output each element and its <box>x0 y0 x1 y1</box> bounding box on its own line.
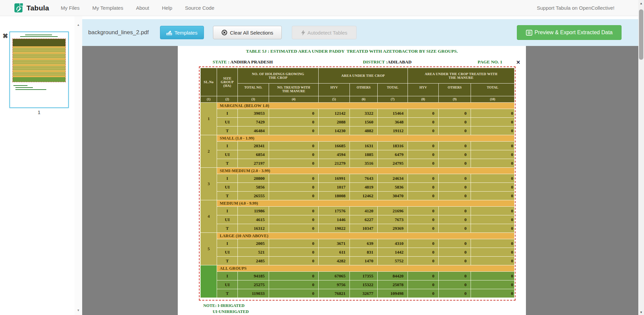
toolbar: background_lines_2.pdf Templates Clear A… <box>82 19 638 46</box>
scroll-down-icon[interactable]: ▼ <box>638 310 644 315</box>
sidebar-scrollbar[interactable]: ▲ ▼ <box>74 16 82 315</box>
nav-item-about[interactable]: About <box>129 0 155 16</box>
mini-note-line <box>13 85 28 86</box>
brand-title: Tabula <box>26 4 49 12</box>
clear-all-selections-button[interactable]: Clear All Selections <box>213 26 282 39</box>
window-scrollbar[interactable]: ▲ ▼ <box>638 0 644 315</box>
page-thumbnail[interactable] <box>9 32 69 108</box>
templates-button[interactable]: Templates <box>160 26 204 39</box>
nav-item-help[interactable]: Help <box>156 0 179 16</box>
nav-item-my-templates[interactable]: My Templates <box>86 0 129 16</box>
autodetect-tables-label: Autodetect Tables <box>308 30 347 36</box>
support-link[interactable]: Support Tabula on OpenCollective! <box>537 0 614 16</box>
thumbnail-sidebar: ✖ 1 <box>0 16 74 315</box>
filename-label: background_lines_2.pdf <box>88 19 149 46</box>
sidebar-scroll-up-icon[interactable]: ▲ <box>74 22 82 28</box>
document-viewer: TABLE 5J : ESTIMATED AREA UNDER PADDY TR… <box>82 46 638 315</box>
lightning-bolt-icon <box>301 30 305 36</box>
preview-export-label: Preview & Export Extracted Data <box>535 30 613 36</box>
pdf-page[interactable]: TABLE 5J : ESTIMATED AREA UNDER PADDY TR… <box>178 46 526 315</box>
district-field: DISTRICT :ADILABAD <box>363 59 412 65</box>
mini-table <box>13 39 65 82</box>
note-line: UI-UNIRRIGATED <box>213 309 249 315</box>
note-line: NOTE: I-IRRIGATED <box>203 303 249 309</box>
templates-label: Templates <box>174 30 197 36</box>
tabula-logo-icon <box>14 2 23 14</box>
mini-note-line <box>15 87 33 88</box>
doc-title: TABLE 5J : ESTIMATED AREA UNDER PADDY TR… <box>178 49 526 54</box>
mini-title-line <box>25 35 52 35</box>
remove-page-button[interactable]: ✖ <box>2 32 9 40</box>
page-no-field: PAGE NO. 1 <box>478 59 502 65</box>
doc-meta-line: STATE : ANDHRA PRADESH DISTRICT :ADILABA… <box>178 59 526 65</box>
doc-notes: NOTE: I-IRRIGATED UI-UNIRRIGATED <box>203 303 249 315</box>
clear-all-selections-label: Clear All Selections <box>230 30 273 36</box>
sidebar-scroll-down-icon[interactable]: ▼ <box>74 308 82 313</box>
nav-links: My Files My Templates About Help Source … <box>54 0 221 16</box>
preview-export-button[interactable]: Preview & Export Extracted Data <box>517 25 622 40</box>
templates-icon <box>166 30 172 35</box>
brand[interactable]: Tabula <box>14 2 49 14</box>
mini-note-line <box>15 89 46 90</box>
scroll-up-icon[interactable]: ▲ <box>638 1 644 6</box>
nav-item-source-code[interactable]: Source Code <box>179 0 221 16</box>
export-table-icon <box>526 30 532 36</box>
scrollbar-thumb[interactable] <box>639 9 643 60</box>
selection-close-button[interactable]: ✕ <box>515 59 521 65</box>
autodetect-tables-button[interactable]: Autodetect Tables <box>292 26 357 39</box>
table-selection-box[interactable] <box>199 66 516 301</box>
state-field: STATE : ANDHRA PRADESH <box>213 59 273 65</box>
clear-circle-x-icon <box>221 30 227 36</box>
mini-title-line <box>20 36 58 37</box>
navbar: Tabula My Files My Templates About Help … <box>0 0 644 16</box>
nav-item-my-files[interactable]: My Files <box>54 0 86 16</box>
page-number-label: 1 <box>9 109 69 115</box>
